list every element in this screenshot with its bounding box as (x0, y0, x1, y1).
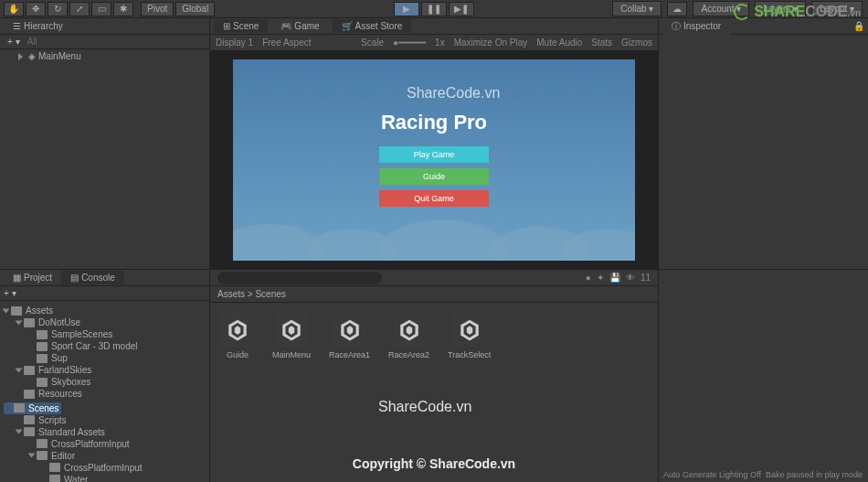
filter-icon-2[interactable]: ✦ (597, 273, 604, 283)
tree-label: Assets (26, 305, 53, 316)
aspect-dropdown[interactable]: Free Aspect (262, 37, 311, 48)
folder-icon (14, 403, 25, 412)
assets-grid: ShareCode.vn GuideMainMenuRaceArea1RaceA… (210, 303, 658, 482)
scale-label: Scale (361, 37, 384, 48)
scene-tab[interactable]: ⊞ Scene (214, 19, 268, 33)
move-tool[interactable]: ✥ (26, 2, 46, 16)
global-label: Global (182, 4, 208, 14)
folder-icon (24, 318, 35, 327)
assets-panel: ● ✦ 💾 👁 11 Assets > Scenes ShareCode.vn … (210, 270, 658, 482)
tree-label: Scripts (38, 415, 67, 425)
tree-item[interactable]: Scripts (4, 414, 206, 426)
folder-icon (37, 378, 48, 387)
tree-item[interactable]: Scenes (4, 402, 61, 414)
bake-status: Bake paused in play mode (766, 470, 863, 479)
tree-item[interactable]: CrossPlatformInput (4, 438, 206, 450)
pause-button[interactable]: ❚❚ (421, 2, 447, 16)
guide-button[interactable]: Guide (379, 168, 489, 185)
folder-icon (37, 342, 48, 351)
asset-item[interactable]: RaceArea1 (329, 314, 370, 359)
mute-toggle[interactable]: Mute Audio (536, 37, 582, 48)
inspector-tab[interactable]: ⓘ Inspector (662, 18, 730, 35)
inspector-lock-icon[interactable]: 🔒 (853, 21, 864, 31)
tree-item[interactable]: FarlandSkies (4, 364, 206, 376)
tree-item[interactable]: Sport Car - 3D model (4, 340, 206, 352)
hidden-icon[interactable]: 👁 (626, 273, 635, 283)
hierarchy-tab[interactable]: ☰ Hierarchy (4, 19, 72, 33)
hierarchy-panel: ☰ Hierarchy + ▾ All ◈ MainMenu (0, 18, 210, 269)
transform-tool[interactable]: ✱ (113, 2, 133, 16)
tree-item[interactable]: Skyboxes (4, 376, 206, 388)
expand-icon (16, 368, 23, 372)
play-game-button[interactable]: Play Game (379, 146, 489, 163)
asset-item[interactable]: Guide (221, 314, 254, 359)
tree-label: FarlandSkies (38, 365, 91, 375)
display-dropdown[interactable]: Display 1 (216, 37, 253, 48)
game-tab[interactable]: 🎮 Game (271, 19, 328, 33)
account-dropdown[interactable]: Account ▾ (693, 1, 749, 16)
inspector-bottom (658, 270, 868, 482)
hand-tool[interactable]: ✋ (4, 2, 24, 16)
folder-icon (24, 427, 35, 436)
expand-icon (16, 320, 23, 325)
tree-item[interactable]: Sup (4, 352, 206, 364)
rect-tool[interactable]: ▭ (91, 2, 111, 16)
console-tab[interactable]: ▤ Console (61, 271, 124, 284)
folder-icon (37, 451, 48, 460)
breadcrumb[interactable]: Assets > Scenes (210, 286, 658, 303)
stats-toggle[interactable]: Stats (591, 37, 612, 48)
tree-item[interactable]: Water (4, 474, 206, 483)
scale-slider[interactable]: ●━━━━━ (393, 37, 426, 48)
gizmos-toggle[interactable]: Gizmos (621, 37, 652, 48)
layers-dropdown[interactable]: Layers ▾ (755, 1, 806, 16)
save-icon[interactable]: 💾 (609, 273, 620, 283)
project-search[interactable] (217, 272, 382, 284)
create-dropdown[interactable]: + ▾ (7, 37, 20, 47)
folder-icon (49, 463, 60, 472)
folder-icon (24, 390, 35, 399)
tree-label: Resources (38, 389, 82, 399)
tree-item[interactable]: SampleScenes (4, 328, 206, 340)
expand-icon (16, 430, 23, 434)
asset-item[interactable]: MainMenu (272, 314, 311, 359)
expand-icon (18, 53, 23, 60)
filter-icon[interactable]: ● (586, 273, 591, 283)
tree-label: Sup (51, 353, 68, 363)
tree-item[interactable]: Resources (4, 388, 206, 400)
step-button[interactable]: ▶❚ (449, 2, 474, 16)
tree-item[interactable]: Editor (4, 450, 206, 462)
transform-tools: ✋ ✥ ↻ ⤢ ▭ ✱ (0, 2, 137, 16)
quit-game-button[interactable]: Quit Game (379, 190, 489, 207)
global-toggle[interactable]: Global (175, 2, 215, 16)
asset-item[interactable]: RaceArea2 (388, 314, 429, 359)
tree-label: Skyboxes (51, 377, 90, 387)
unity-scene-icon (397, 318, 421, 342)
asset-item[interactable]: TrackSelect (448, 314, 491, 359)
maximize-toggle[interactable]: Maximize On Play (454, 37, 528, 48)
play-button[interactable]: ▶ (394, 2, 419, 16)
asset-label: RaceArea2 (388, 350, 429, 359)
asset-icon (453, 314, 486, 347)
folder-icon (37, 354, 48, 363)
project-tree: AssetsDoNotUseSampleScenesSport Car - 3D… (0, 301, 209, 482)
folder-icon (37, 439, 48, 448)
pivot-toggle[interactable]: Pivot (141, 2, 174, 16)
asset-label: RaceArea1 (329, 350, 370, 359)
tree-item[interactable]: Assets (4, 305, 206, 316)
scale-tool[interactable]: ⤢ (69, 2, 90, 16)
tree-item[interactable]: CrossPlatformInput (4, 462, 206, 474)
project-tab[interactable]: ▦ Project (4, 271, 61, 284)
tree-item[interactable]: Standard Assets (4, 426, 206, 438)
expand-icon (28, 454, 36, 458)
rotate-tool[interactable]: ↻ (48, 2, 68, 16)
asset-icon (275, 314, 308, 347)
project-create[interactable]: + ▾ (4, 288, 16, 298)
tree-item[interactable]: DoNotUse (4, 316, 206, 328)
tree-label: Standard Assets (38, 427, 105, 437)
folder-icon (24, 366, 35, 375)
layout-dropdown[interactable]: Layout ▾ (811, 1, 863, 16)
collab-dropdown[interactable]: Collab ▾ (612, 1, 662, 16)
asset-store-tab[interactable]: 🛒 Asset Store (333, 19, 412, 33)
hierarchy-item[interactable]: ◈ MainMenu (0, 49, 209, 63)
cloud-icon[interactable]: ☁ (667, 2, 687, 16)
